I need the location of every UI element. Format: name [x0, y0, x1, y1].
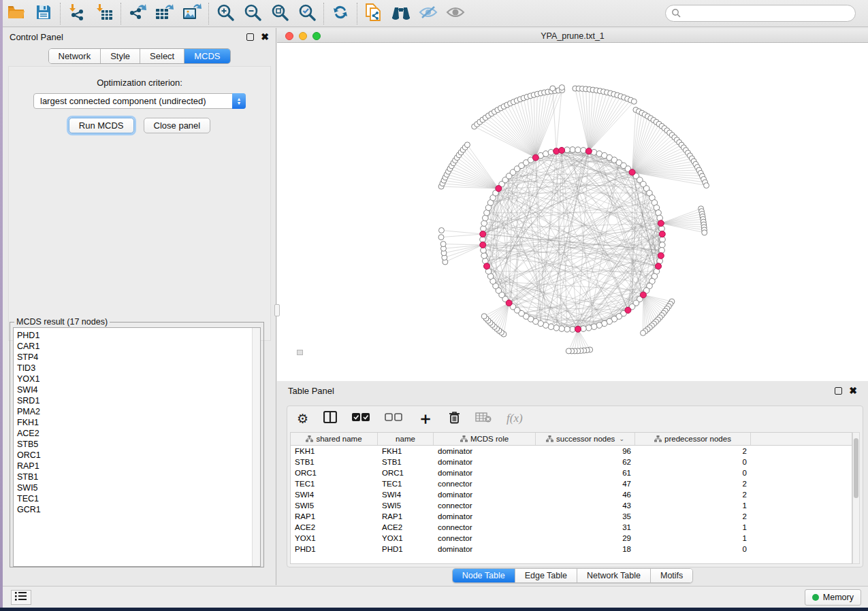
network-graph: [277, 43, 868, 381]
optimization-select-value: largest connected component (undirected): [40, 96, 206, 106]
zoom-selected-button[interactable]: [293, 2, 321, 25]
memory-button[interactable]: Memory: [805, 589, 861, 606]
mcds-result-item[interactable]: YOX1: [17, 374, 260, 384]
table-row[interactable]: ORC1ORC1dominator610: [291, 467, 852, 478]
mcds-result-item[interactable]: CAR1: [17, 341, 260, 352]
main-toolbar: [3, 0, 868, 27]
mcds-result-item[interactable]: RAP1: [17, 461, 260, 472]
tab-mcds[interactable]: MCDS: [184, 49, 229, 63]
vertical-splitter-handle[interactable]: [274, 304, 280, 316]
horizontal-splitter-handle[interactable]: [297, 350, 303, 355]
import-table-button[interactable]: [91, 2, 118, 25]
refresh-view-button[interactable]: [327, 2, 354, 25]
cell-successor-nodes: 47: [536, 480, 635, 488]
tab-style[interactable]: Style: [101, 49, 140, 63]
close-panel-button[interactable]: Close panel: [144, 118, 211, 133]
mcds-result-item[interactable]: TEC1: [17, 493, 260, 504]
mcds-result-item[interactable]: ACE2: [17, 428, 260, 439]
cell-shared-name: ACE2: [291, 523, 378, 531]
tab-edge-table[interactable]: Edge Table: [515, 569, 577, 582]
hide-selection-button[interactable]: [415, 2, 442, 25]
node-table-body: FKH1FKH1dominator962STB1STB1dominator620…: [291, 446, 852, 555]
tab-network-table[interactable]: Network Table: [577, 569, 651, 582]
mcds-result-list[interactable]: PHD1CAR1STP4TID3YOX1SWI4SRD1PMA2FKH1ACE2…: [13, 327, 261, 567]
table-row[interactable]: FKH1FKH1dominator962: [291, 446, 852, 457]
mcds-result-item[interactable]: GCR1: [17, 504, 260, 515]
column-header-name[interactable]: name: [378, 433, 434, 445]
mcds-list-scrollbar[interactable]: [252, 328, 260, 566]
mcds-result-item[interactable]: TID3: [17, 363, 260, 374]
table-scrollbar[interactable]: [852, 432, 860, 564]
mcds-result-item[interactable]: SWI5: [17, 482, 260, 493]
cell-name: PHD1: [378, 545, 434, 553]
close-panel-icon[interactable]: ✖: [261, 32, 269, 42]
export-network-icon: [128, 3, 147, 24]
toolbar-separator: [120, 3, 121, 24]
column-header-label: successor nodes: [556, 435, 615, 443]
show-all-button[interactable]: [442, 2, 469, 25]
mcds-result-item[interactable]: PHD1: [17, 330, 260, 341]
table-scrollbar-thumb[interactable]: [854, 438, 858, 498]
mcds-result-item[interactable]: SRD1: [17, 395, 260, 406]
mcds-result-item[interactable]: ORC1: [17, 450, 260, 461]
tab-network[interactable]: Network: [48, 49, 101, 63]
save-session-button[interactable]: [30, 2, 57, 25]
network-canvas[interactable]: [277, 43, 868, 381]
table-settings-button[interactable]: ⚙: [297, 411, 308, 427]
network-window-title: YPA_prune.txt_1: [277, 31, 868, 41]
float-panel-icon[interactable]: [246, 33, 254, 41]
tab-motifs[interactable]: Motifs: [651, 569, 692, 582]
zoom-out-button[interactable]: [239, 2, 266, 25]
float-table-panel-icon[interactable]: [835, 387, 842, 395]
table-row[interactable]: ACE2ACE2connector311: [291, 522, 852, 533]
cell-predecessor-nodes: 0: [635, 469, 751, 477]
cell-successor-nodes: 46: [536, 491, 635, 499]
mcds-result-item[interactable]: STB5: [17, 439, 260, 450]
open-file-button[interactable]: [3, 2, 30, 25]
tab-node-table[interactable]: Node Table: [453, 569, 515, 582]
export-network-button[interactable]: [124, 2, 151, 25]
column-header-predecessor-nodes[interactable]: predecessor nodes: [635, 433, 751, 445]
zoom-fit-button[interactable]: [266, 2, 293, 25]
table-row[interactable]: SWI5SWI5connector431: [291, 500, 852, 511]
column-header-successor-nodes[interactable]: successor nodes⌄: [536, 433, 635, 445]
sort-caret-icon[interactable]: ⌄: [619, 435, 624, 442]
export-image-button[interactable]: [178, 2, 206, 25]
optimization-select[interactable]: largest connected component (undirected)…: [33, 93, 246, 109]
search-input[interactable]: [665, 5, 856, 22]
import-network-button[interactable]: [63, 2, 91, 25]
export-table-button[interactable]: [151, 2, 178, 25]
table-row[interactable]: PHD1PHD1dominator180: [291, 544, 852, 555]
close-table-panel-icon[interactable]: ✖: [849, 386, 857, 395]
column-header-shared-name[interactable]: shared name: [291, 433, 378, 445]
mcds-result-item[interactable]: STB1: [17, 472, 260, 482]
cell-shared-name: SWI5: [291, 501, 378, 510]
table-row[interactable]: YOX1YOX1connector291: [291, 533, 852, 544]
tab-select[interactable]: Select: [140, 49, 184, 63]
mcds-result-item[interactable]: SWI4: [17, 384, 260, 395]
add-column-button[interactable]: ＋: [417, 414, 434, 423]
network-search-button[interactable]: [387, 2, 415, 25]
network-window-titlebar[interactable]: YPA_prune.txt_1: [277, 29, 868, 43]
run-mcds-button[interactable]: Run MCDS: [69, 118, 134, 133]
deselect-all-button[interactable]: [385, 412, 402, 425]
select-all-button[interactable]: [352, 412, 370, 425]
duplicate-network-button[interactable]: [360, 2, 387, 25]
zoom-in-button[interactable]: [212, 2, 239, 25]
function-builder-button[interactable]: f(x): [507, 412, 523, 425]
status-bar: Memory: [3, 586, 868, 608]
column-header-MCDS-role[interactable]: MCDS role: [434, 433, 536, 445]
control-panel-header: Control Panel ✖: [3, 28, 276, 46]
table-row[interactable]: SWI4SWI4dominator462: [291, 489, 852, 500]
mcds-result-item[interactable]: STP4: [17, 352, 260, 363]
delete-table-button[interactable]: [475, 412, 492, 425]
table-row[interactable]: STB1STB1dominator620: [291, 457, 852, 467]
task-history-button[interactable]: [11, 590, 31, 605]
import-network-icon: [68, 3, 86, 24]
split-columns-button[interactable]: [323, 411, 337, 426]
table-row[interactable]: TEC1TEC1connector472: [291, 478, 852, 489]
mcds-result-item[interactable]: PMA2: [17, 406, 260, 417]
delete-column-button[interactable]: [449, 411, 460, 427]
table-row[interactable]: RAP1RAP1dominator352: [291, 511, 852, 522]
mcds-result-item[interactable]: FKH1: [17, 417, 260, 428]
